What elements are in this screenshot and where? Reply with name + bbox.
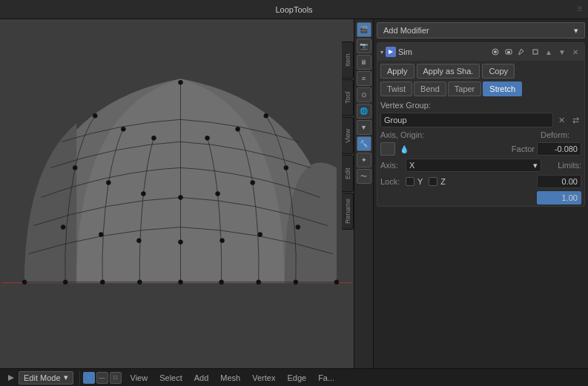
svg-point-13	[179, 196, 183, 200]
limits-min[interactable]: 0.00	[537, 175, 581, 188]
svg-point-34	[494, 50, 497, 53]
bottom-bar: Edit Mode ▾ · — □ View Select Add Mesh V…	[0, 368, 588, 386]
factor-value[interactable]: -0.080	[537, 142, 581, 156]
bend-tab[interactable]: Bend	[414, 81, 446, 96]
color-swatch[interactable]	[380, 142, 395, 156]
twist-tab[interactable]: Twist	[380, 81, 412, 96]
tool-render[interactable]: 📷	[357, 39, 371, 53]
apply-as-shape-button[interactable]: Apply as Sha.	[417, 64, 480, 79]
modifier-panel: Add Modifier ▾ ▾ Sim	[374, 19, 588, 210]
svg-point-31	[22, 280, 27, 284]
svg-point-4	[93, 113, 97, 118]
modifier-header: ▾ Sim	[377, 43, 584, 61]
svg-point-17	[61, 225, 65, 230]
lock-y-checkbox[interactable]	[406, 177, 414, 186]
svg-point-8	[236, 127, 240, 131]
tool-object[interactable]: ▼	[357, 120, 371, 135]
svg-point-23	[296, 225, 300, 230]
svg-point-28	[219, 280, 224, 284]
svg-point-20	[179, 240, 183, 244]
svg-point-14	[216, 191, 220, 196]
modifier-header-icons: ▲ ▼ ✕	[489, 46, 581, 58]
vertex-menu[interactable]: Vertex	[246, 369, 281, 386]
right-panel: Add Modifier ▾ ▾ Sim	[373, 19, 588, 368]
tool-strip: 🎬 📷 🖥 ≡ ⊙ 🌐 ▼ 🔧 ✦ 〜	[354, 19, 373, 368]
tool-physics[interactable]: 〜	[357, 169, 371, 184]
n-panel-tab-item[interactable]: Item	[342, 41, 354, 79]
n-panel-tab-tool[interactable]: Tool	[342, 79, 354, 116]
factor-label: Factor	[505, 144, 535, 153]
taper-tab[interactable]: Taper	[448, 81, 482, 96]
mod-edit-btn[interactable]	[516, 46, 528, 58]
deform-label: Deform:	[541, 130, 581, 139]
stretch-tab[interactable]: Stretch	[483, 81, 522, 96]
svg-point-6	[151, 136, 156, 140]
mesh-select-icons: · — □	[80, 372, 125, 384]
add-menu[interactable]: Add	[188, 369, 215, 386]
select-menu[interactable]: Select	[153, 369, 188, 386]
mesh-menu[interactable]: Mesh	[214, 369, 246, 386]
vertex-group-label: Vertex Group:	[377, 99, 584, 111]
modifier-name: Sim	[398, 47, 412, 56]
svg-point-30	[294, 280, 298, 284]
tool-scene[interactable]: 🎬	[357, 22, 371, 37]
tool-modifier[interactable]: 🔧	[357, 136, 371, 151]
viewport[interactable]: Item Tool View Edit Rename	[0, 19, 354, 368]
mod-cage-btn[interactable]	[529, 46, 541, 58]
mod-close-btn[interactable]: ✕	[569, 46, 581, 58]
n-panel-tab-edit[interactable]: Edit	[342, 155, 354, 192]
tool-output[interactable]: 🖥	[357, 55, 371, 70]
lock-row: Lock: Y Z 0.00	[377, 173, 584, 190]
mod-render-btn[interactable]	[503, 46, 515, 58]
n-panel-tab-view[interactable]: View	[342, 117, 354, 154]
n-panel-tab-rename[interactable]: Rename	[342, 193, 354, 230]
copy-button[interactable]: Copy	[482, 64, 515, 79]
tool-world[interactable]: 🌐	[357, 104, 371, 119]
mod-realtime-btn[interactable]	[489, 46, 501, 58]
svg-marker-38	[8, 375, 14, 381]
top-bar-title: LoopTools	[275, 5, 312, 14]
group-swap-button[interactable]: ⇄	[569, 114, 581, 126]
lock-z-checkbox[interactable]	[429, 177, 437, 186]
view-menu[interactable]: View	[125, 369, 154, 386]
svg-point-32	[334, 280, 339, 284]
svg-point-24	[63, 280, 67, 284]
add-modifier-button[interactable]: Add Modifier ▾	[377, 22, 585, 39]
svg-point-9	[264, 113, 268, 118]
svg-point-29	[257, 280, 261, 284]
apply-row: Apply Apply as Sha. Copy	[377, 61, 584, 81]
lock-label: Lock:	[380, 177, 403, 186]
svg-point-5	[121, 127, 125, 131]
drag-handle: ⠿	[577, 5, 582, 13]
group-x-button[interactable]: ✕	[555, 114, 567, 126]
svg-point-21	[220, 239, 225, 243]
apply-button[interactable]: Apply	[380, 64, 414, 79]
svg-point-27	[179, 280, 183, 284]
axis-dropdown[interactable]: X ▾	[406, 159, 541, 172]
modifier-card: ▾ Sim	[377, 42, 585, 207]
svg-point-10	[73, 165, 77, 170]
svg-point-26	[137, 280, 142, 284]
limits-label-header: Limits:	[544, 161, 581, 170]
mod-up-btn[interactable]: ▲	[543, 46, 555, 58]
mode-dropdown[interactable]: Edit Mode ▾	[19, 371, 73, 385]
axis-row: Axis: X ▾ Limits:	[377, 157, 584, 173]
tool-scene2[interactable]: ⊙	[357, 87, 371, 102]
edge-select-icon[interactable]: —	[96, 372, 108, 384]
vertex-select-icon[interactable]: ·	[83, 372, 95, 384]
face-select-icon[interactable]: □	[110, 372, 122, 384]
face-menu[interactable]: Fa...	[312, 369, 340, 386]
svg-point-16	[284, 165, 288, 170]
edge-menu[interactable]: Edge	[281, 369, 312, 386]
group-field[interactable]: Group	[380, 113, 553, 127]
svg-rect-37	[533, 50, 538, 54]
axis-origin-label: Axis, Origin:	[380, 130, 541, 139]
eyedropper-button[interactable]: 💧	[397, 142, 411, 156]
svg-point-25	[100, 280, 105, 284]
tool-particles[interactable]: ✦	[357, 153, 371, 167]
mod-down-btn[interactable]: ▼	[556, 46, 568, 58]
lock-y-label: Y	[417, 177, 423, 186]
tool-view-layer[interactable]: ≡	[357, 71, 371, 86]
collapse-arrow[interactable]: ▾	[380, 49, 383, 56]
limits-max[interactable]: 1.00	[537, 191, 581, 204]
